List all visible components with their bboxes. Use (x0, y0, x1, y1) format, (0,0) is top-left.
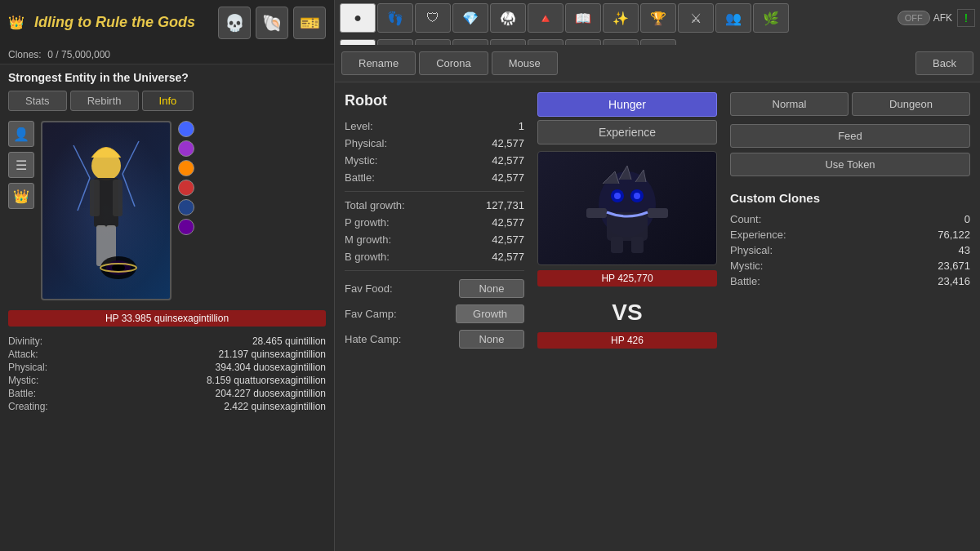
cc-battle-value: 23,416 (938, 275, 970, 287)
svg-point-12 (112, 264, 125, 272)
corona-btn[interactable]: Corona (419, 51, 488, 75)
nav-icon-people[interactable]: 👥 (715, 3, 751, 33)
nav-icon-tree[interactable]: 🌿 (753, 3, 789, 33)
robot-battle-value: 42,577 (492, 171, 524, 184)
robot-physical-label: Physical: (345, 137, 387, 149)
nav-icon-foot[interactable]: 👣 (377, 3, 413, 33)
afk-toggle[interactable]: OFF (898, 11, 930, 25)
physical-value: 394.304 duosexagintillion (216, 362, 326, 373)
fav-food-label: Fav Food: (345, 282, 393, 295)
tab-info[interactable]: Info (142, 91, 194, 111)
nav-icon-shield[interactable]: 🛡 (415, 3, 451, 33)
custom-clones-title: Custom Clones (730, 191, 970, 205)
svg-rect-23 (631, 237, 644, 253)
cc-physical-label: Physical: (730, 244, 773, 256)
right-section: Normal Dungeon Feed Use Token Custom Clo… (730, 92, 970, 352)
cc-count-value: 0 (964, 213, 970, 225)
char-portrait (41, 121, 172, 300)
mystic-label: Mystic: (8, 375, 38, 386)
robot-level-value: 1 (519, 120, 524, 132)
normal-mode-btn[interactable]: Normal (730, 92, 849, 116)
back-btn[interactable]: Back (915, 51, 973, 75)
cc-physical-value: 43 (959, 244, 970, 256)
mouse-btn[interactable]: Mouse (492, 51, 558, 75)
cc-exp-value: 76,122 (938, 229, 970, 241)
robot-b-growth-value: 42,577 (492, 251, 524, 263)
robot-mystic-label: Mystic: (345, 154, 377, 167)
robot-total-growth-label: Total growth: (345, 199, 405, 211)
gem-blue (178, 121, 194, 137)
hunger-btn[interactable]: Hunger (537, 92, 717, 117)
nav-icon-star[interactable]: ✨ (603, 3, 639, 33)
battle-value: 204.227 duosexagintillion (216, 388, 326, 399)
rename-btn[interactable]: Rename (341, 51, 416, 75)
robot-mystic-value: 42,577 (492, 154, 524, 167)
enemy-hp-bar: HP 426 (537, 332, 717, 349)
experience-btn[interactable]: Experience (537, 120, 717, 144)
gem-dark-purple (178, 219, 194, 235)
fav-camp-btn[interactable]: Growth (456, 304, 524, 323)
gem-dark-blue (178, 199, 194, 216)
fav-food-btn[interactable]: None (459, 279, 524, 298)
vs-section: Hunger Experience (537, 92, 717, 352)
hate-camp-btn[interactable]: None (459, 330, 524, 349)
gem-red (178, 180, 194, 196)
svg-point-18 (634, 193, 640, 199)
nav-icon-book[interactable]: 📖 (565, 3, 601, 33)
robot-total-growth-value: 127,731 (486, 199, 524, 211)
robot-p-growth-value: 42,577 (492, 216, 524, 229)
svg-point-17 (614, 193, 621, 199)
gem-purple (178, 140, 194, 157)
nav-icon-gem[interactable]: 💎 (452, 3, 488, 33)
nav-icon-pyramid[interactable]: 🔺 (528, 3, 564, 33)
svg-rect-7 (113, 180, 122, 216)
char-list-btn[interactable]: ☰ (8, 152, 34, 178)
robot-portrait (537, 151, 717, 265)
robot-m-growth-label: M growth: (345, 233, 391, 246)
tab-rebirth[interactable]: Rebirth (70, 91, 139, 111)
svg-line-3 (122, 174, 135, 207)
robot-battle-label: Battle: (345, 171, 375, 184)
tab-stats[interactable]: Stats (8, 91, 67, 111)
robot-hp-bar: HP 425,770 (537, 270, 717, 287)
robot-m-growth-value: 42,577 (492, 233, 524, 246)
ticket-icon-btn[interactable]: 🎫 (293, 7, 326, 39)
robot-title: Robot (345, 92, 524, 109)
attack-label: Attack: (8, 349, 38, 360)
divinity-value: 28.465 quintillion (252, 335, 326, 347)
svg-rect-22 (611, 237, 623, 253)
hate-camp-label: Hate Camp: (345, 333, 401, 345)
cc-count-label: Count: (730, 213, 761, 225)
attack-value: 21.197 quinsexagintillion (219, 349, 326, 360)
vs-text: VS (537, 293, 717, 332)
gem-orange (178, 160, 194, 176)
battle-label: Battle: (8, 388, 36, 399)
svg-line-0 (74, 145, 90, 178)
svg-rect-6 (90, 180, 100, 216)
dungeon-mode-btn[interactable]: Dungeon (852, 92, 970, 116)
char-crown-btn[interactable]: 👑 (8, 183, 34, 209)
clones-label: Clones: (8, 49, 42, 60)
svg-line-2 (122, 141, 139, 174)
entity-hp-bar: HP 33.985 quinsexagintillion (8, 310, 326, 327)
nav-icon-light[interactable]: ● (340, 3, 376, 33)
feed-btn[interactable]: Feed (730, 124, 970, 148)
char-profile-btn[interactable]: 👤 (8, 121, 34, 147)
physical-label: Physical: (8, 362, 47, 373)
use-token-btn[interactable]: Use Token (730, 153, 970, 176)
svg-line-1 (78, 178, 90, 211)
divinity-label: Divinity: (8, 335, 42, 347)
skull-icon-btn[interactable]: 💀 (218, 7, 251, 39)
crown-icon: 👑 (8, 15, 24, 30)
nav-icon-fight[interactable]: 🥋 (490, 3, 526, 33)
cc-mystic-value: 23,671 (938, 260, 970, 272)
robot-physical-value: 42,577 (492, 137, 524, 149)
nav-icon-sword[interactable]: ⚔ (678, 3, 714, 33)
snail-icon-btn[interactable]: 🐚 (256, 7, 288, 39)
afk-label: AFK (933, 12, 952, 24)
exclaim-button[interactable]: ! (957, 9, 975, 27)
entity-header: Strongest Entity in the Universe? (0, 64, 334, 87)
svg-rect-20 (586, 208, 607, 218)
nav-icon-trophy[interactable]: 🏆 (640, 3, 676, 33)
cc-mystic-label: Mystic: (730, 260, 763, 272)
